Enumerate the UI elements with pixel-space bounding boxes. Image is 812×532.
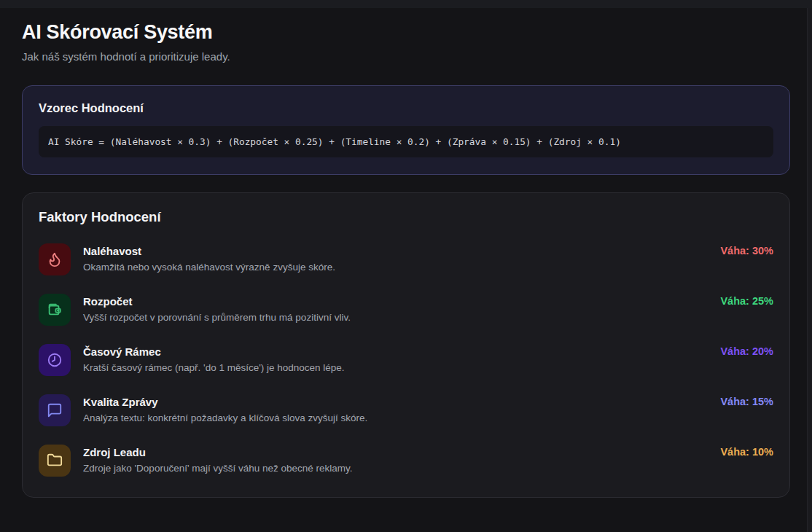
factor-text: Kvalita Zprávy Analýza textu: konkrétní … (83, 396, 708, 423)
factor-name: Zdroj Leadu (83, 447, 708, 459)
top-strip (0, 0, 812, 8)
flame-icon (39, 243, 71, 275)
factor-name: Naléhavost (83, 246, 708, 258)
factors-card: Faktory Hodnocení Naléhavost Okamžitá ne… (22, 192, 790, 498)
factor-text: Naléhavost Okamžitá nebo vysoká naléhavo… (83, 246, 708, 273)
factor-weight: Váha: 20% (720, 344, 773, 357)
folder-icon (39, 445, 71, 477)
factor-description: Analýza textu: konkrétní požadavky a klí… (83, 413, 708, 424)
factor-description: Vyšší rozpočet v porovnání s průměrem tr… (83, 313, 708, 324)
factor-description: Zdroje jako 'Doporučení' mají vyšší váhu… (83, 463, 708, 474)
factor-name: Rozpočet (83, 296, 708, 308)
factor-weight: Váha: 15% (720, 394, 773, 407)
factor-name: Časový Rámec (83, 346, 708, 359)
factor-row-lead-source: Zdroj Leadu Zdroje jako 'Doporučení' maj… (39, 445, 773, 477)
formula-code-block: AI Skóre = (Naléhavost × 0.3) + (Rozpoče… (39, 126, 773, 157)
wallet-icon (39, 294, 71, 326)
factor-name: Kvalita Zprávy (83, 396, 708, 409)
factor-text: Rozpočet Vyšší rozpočet v porovnání s pr… (83, 296, 708, 323)
factor-description: Kratší časový rámec (např. 'do 1 měsíce'… (83, 363, 708, 374)
factors-card-title: Faktory Hodnocení (39, 209, 773, 225)
factor-weight: Váha: 25% (720, 294, 773, 307)
factor-text: Časový Rámec Kratší časový rámec (např. … (83, 346, 708, 373)
factor-weight: Váha: 10% (720, 445, 773, 458)
page-content: AI Skórovací Systém Jak náš systém hodno… (0, 8, 812, 498)
factor-row-timeline: Časový Rámec Kratší časový rámec (např. … (39, 344, 773, 376)
page-title: AI Skórovací Systém (22, 21, 790, 44)
factor-text: Zdroj Leadu Zdroje jako 'Doporučení' maj… (83, 447, 708, 474)
formula-card: Vzorec Hodnocení AI Skóre = (Naléhavost … (22, 85, 790, 175)
factor-description: Okamžitá nebo vysoká naléhavost výrazně … (83, 262, 708, 273)
formula-card-title: Vzorec Hodnocení (39, 101, 773, 115)
page-subtitle: Jak náš systém hodnotí a prioritizuje le… (22, 50, 790, 63)
factor-row-message-quality: Kvalita Zprávy Analýza textu: konkrétní … (39, 394, 773, 426)
factor-row-urgency: Naléhavost Okamžitá nebo vysoká naléhavo… (39, 243, 773, 275)
scrollbar-track[interactable] (807, 8, 812, 532)
factor-row-budget: Rozpočet Vyšší rozpočet v porovnání s pr… (39, 294, 773, 326)
clock-icon (39, 344, 71, 376)
factor-weight: Váha: 30% (720, 243, 773, 257)
message-square-icon (39, 394, 71, 426)
